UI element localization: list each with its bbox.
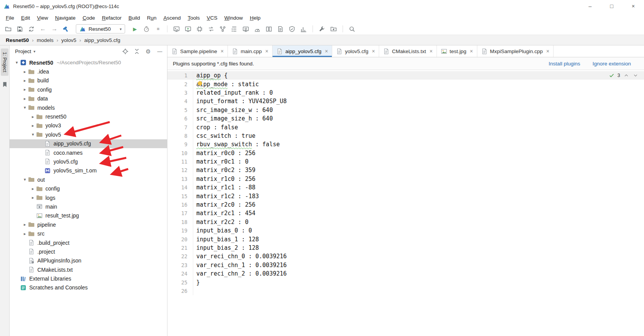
- tree-item-yolov3[interactable]: ▸yolov3: [10, 121, 167, 130]
- tree-item-scratches-and-consoles[interactable]: Scratches and Consoles: [10, 283, 167, 292]
- stop-button[interactable]: ■: [153, 24, 163, 34]
- chevron-collapsed-icon[interactable]: ▸: [22, 222, 28, 227]
- code-line-24[interactable]: 24var_reci_chn_2 : 0.0039216: [167, 269, 644, 278]
- tree-item-allpluginsinfo-json[interactable]: AllPluginsInfo.json: [10, 256, 167, 265]
- menu-navigate[interactable]: Navigate: [52, 13, 79, 22]
- code-line-7[interactable]: 7crop : false: [167, 123, 644, 131]
- menu-refactor[interactable]: Refactor: [99, 13, 125, 22]
- chevron-expanded-icon[interactable]: ▾: [13, 60, 20, 65]
- sync-files-button[interactable]: [26, 24, 37, 34]
- hide-button[interactable]: —: [156, 48, 163, 55]
- comparator-button[interactable]: [264, 24, 274, 34]
- chevron-collapsed-icon[interactable]: ▸: [30, 123, 36, 128]
- chevron-collapsed-icon[interactable]: ▸: [22, 69, 28, 74]
- favorites-icon[interactable]: [2, 81, 8, 88]
- code-line-12[interactable]: 12matrix_r0c2 : 359: [167, 166, 644, 174]
- debug-screen-button[interactable]: [183, 24, 193, 34]
- forward-button[interactable]: →: [49, 24, 60, 34]
- chevron-collapsed-icon[interactable]: ▸: [30, 114, 36, 119]
- chevron-expanded-icon[interactable]: ▾: [22, 105, 28, 110]
- tree-item-build[interactable]: ▸build: [10, 76, 167, 85]
- tree-item-aipp-yolov5-cfg[interactable]: aipp_yolov5.cfg: [10, 139, 167, 148]
- chevron-expanded-icon[interactable]: ▾: [22, 177, 28, 182]
- remote-terminal-button[interactable]: [171, 24, 182, 34]
- code-editor[interactable]: 1aipp_op {2aipp_mode : static3related_in…: [167, 70, 644, 336]
- chevron-expanded-icon[interactable]: ▾: [30, 132, 36, 137]
- code-line-6[interactable]: 6src_image_size_h : 640: [167, 114, 644, 123]
- chevron-down-icon[interactable]: ▾: [33, 49, 35, 53]
- tree-item-resnet50[interactable]: ▸resnet50: [10, 112, 167, 121]
- code-line-25[interactable]: 25}: [167, 278, 644, 286]
- settings-button[interactable]: ⚙: [145, 48, 152, 55]
- menu-tools[interactable]: Tools: [184, 13, 204, 22]
- code-line-9[interactable]: 9rbuv_swap_switch : false: [167, 140, 644, 149]
- close-tab-icon[interactable]: ×: [325, 48, 328, 54]
- chevron-collapsed-icon[interactable]: ▸: [30, 186, 36, 191]
- tree-item-yolov5[interactable]: ▾yolov5: [10, 130, 167, 139]
- tree-item-logs[interactable]: ▸logs: [10, 193, 167, 202]
- remote-sync-button[interactable]: [241, 24, 251, 34]
- tree-item-result-test-jpg[interactable]: result_test.jpg: [10, 211, 167, 220]
- run-button[interactable]: ▶: [130, 24, 140, 34]
- tab-mxpisampleplugin-cpp[interactable]: MxpiSamplePlugin.cpp×: [477, 45, 554, 57]
- code-line-17[interactable]: 17matrix_r2c1 : 454: [167, 209, 644, 217]
- maximize-button[interactable]: □: [601, 0, 622, 12]
- log-parser-button[interactable]: [275, 24, 286, 34]
- install-plugins-link[interactable]: Install plugins: [549, 61, 580, 67]
- inspections-widget[interactable]: 3: [608, 72, 639, 79]
- close-tab-icon[interactable]: ×: [546, 48, 549, 54]
- tree-item-resnet50[interactable]: ▾Resnet50~/AscendProjects/Resnet50: [10, 58, 167, 67]
- tree-item-out[interactable]: ▾out: [10, 175, 167, 184]
- code-line-20[interactable]: 20input_bias_1 : 128: [167, 235, 644, 243]
- breadcrumb-item-models[interactable]: models: [36, 37, 54, 43]
- code-line-2[interactable]: 2aipp_mode : static: [167, 80, 644, 88]
- close-tab-icon[interactable]: ×: [265, 48, 268, 54]
- menu-vcs[interactable]: VCS: [203, 13, 221, 22]
- close-tab-icon[interactable]: ×: [372, 48, 375, 54]
- menu-help[interactable]: Help: [246, 13, 264, 22]
- breadcrumb-item-aipp-yolov5-cfg[interactable]: aipp_yolov5.cfg: [84, 37, 121, 43]
- tree-item-pipeline[interactable]: ▸pipeline: [10, 220, 167, 229]
- build-hammer-button[interactable]: [61, 24, 71, 34]
- model-converter-button[interactable]: [206, 24, 216, 34]
- settings-wrench-button[interactable]: [317, 24, 327, 34]
- tree-item-coco-names[interactable]: coco.names: [10, 148, 167, 157]
- device-manager-button[interactable]: [194, 24, 205, 34]
- menu-view[interactable]: View: [33, 13, 52, 22]
- back-button[interactable]: ←: [38, 24, 48, 34]
- code-line-5[interactable]: 5src_image_size_w : 640: [167, 106, 644, 114]
- search-everywhere-button[interactable]: [347, 24, 357, 34]
- code-line-19[interactable]: 19input_bias_0 : 0: [167, 226, 644, 235]
- chevron-collapsed-icon[interactable]: ▸: [30, 195, 36, 200]
- code-line-16[interactable]: 16matrix_r2c0 : 256: [167, 201, 644, 209]
- menu-build[interactable]: Build: [125, 13, 144, 22]
- tree-item-project[interactable]: .project: [10, 247, 167, 256]
- tree-item-config[interactable]: ▸config: [10, 184, 167, 193]
- menu-code[interactable]: Code: [79, 13, 98, 22]
- open-folder-button[interactable]: [3, 24, 13, 34]
- tab-cmakelists-txt[interactable]: CMakeLists.txt×: [379, 45, 437, 57]
- breadcrumb-item-yolov5[interactable]: yolov5: [60, 37, 77, 43]
- code-line-22[interactable]: 22var_reci_chn_0 : 0.0039216: [167, 252, 644, 261]
- close-tab-icon[interactable]: ×: [430, 48, 433, 54]
- run-configuration-selector[interactable]: Resnet50▾: [76, 24, 125, 33]
- breadcrumb-item-resnet50[interactable]: Resnet50: [5, 37, 30, 43]
- code-line-10[interactable]: 10matrix_r0c0 : 256: [167, 149, 644, 157]
- profile-button[interactable]: [141, 24, 152, 34]
- menu-edit[interactable]: Edit: [18, 13, 33, 22]
- code-line-21[interactable]: 21input_bias_2 : 128: [167, 244, 644, 252]
- coverage-button[interactable]: [287, 24, 297, 34]
- close-tab-icon[interactable]: ×: [221, 48, 224, 54]
- code-line-15[interactable]: 15matrix_r1c2 : -183: [167, 192, 644, 200]
- menu-ascend[interactable]: Ascend: [160, 13, 184, 22]
- tree-item-build-project[interactable]: .build_project: [10, 238, 167, 247]
- minimize-button[interactable]: –: [579, 0, 601, 12]
- code-line-18[interactable]: 18matrix_r2c2 : 0: [167, 218, 644, 226]
- report-button[interactable]: [298, 24, 309, 34]
- menu-run[interactable]: Run: [144, 13, 160, 22]
- code-line-3[interactable]: 3related_input_rank : 0: [167, 89, 644, 97]
- tab-aipp-yolov5-cfg[interactable]: aipp_yolov5.cfg×: [273, 45, 332, 57]
- save-all-button[interactable]: [15, 24, 25, 34]
- code-line-8[interactable]: 8csc_switch : true: [167, 132, 644, 140]
- chevron-collapsed-icon[interactable]: ▸: [22, 96, 28, 101]
